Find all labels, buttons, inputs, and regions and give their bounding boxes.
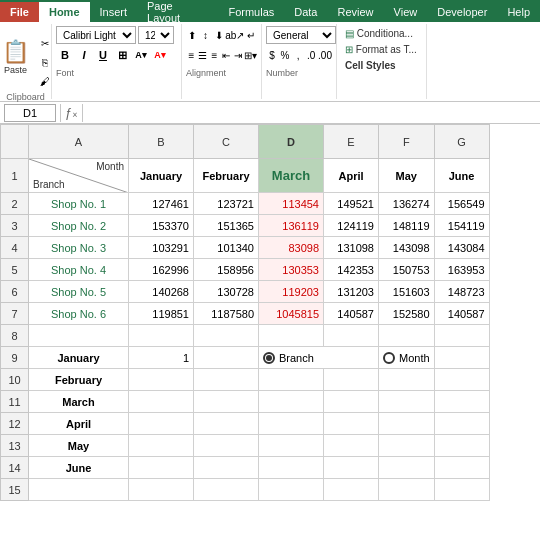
- row-7-header[interactable]: 7: [1, 303, 29, 325]
- header-branch-turnover-cell[interactable]: Month Branch: [29, 159, 129, 193]
- data-cell[interactable]: 150753: [379, 259, 435, 281]
- cell-styles-button[interactable]: Cell Styles: [341, 58, 422, 73]
- data-cell[interactable]: 83098: [259, 237, 324, 259]
- empty-cell[interactable]: [129, 457, 194, 479]
- january-label-cell[interactable]: January: [29, 347, 129, 369]
- empty-cell[interactable]: [434, 457, 489, 479]
- data-cell[interactable]: 123721: [194, 193, 259, 215]
- row-9-header[interactable]: 9: [1, 347, 29, 369]
- col-G[interactable]: G: [434, 125, 489, 159]
- empty-cell[interactable]: [194, 479, 259, 501]
- align-top-button[interactable]: ⬆: [186, 26, 198, 44]
- data-cell[interactable]: 149521: [324, 193, 379, 215]
- data-cell[interactable]: 1045815: [259, 303, 324, 325]
- tab-help[interactable]: Help: [497, 2, 540, 22]
- data-cell[interactable]: 151603: [379, 281, 435, 303]
- tab-home[interactable]: Home: [39, 2, 90, 22]
- empty-cell[interactable]: [259, 325, 324, 347]
- conditional-formatting-button[interactable]: ▤ Conditiona...: [341, 26, 422, 41]
- increase-indent-button[interactable]: ⇥: [232, 46, 243, 64]
- row-3-header[interactable]: 3: [1, 215, 29, 237]
- empty-cell[interactable]: [194, 391, 259, 413]
- radio-cell[interactable]: Branch: [259, 347, 379, 369]
- percent-button[interactable]: %: [279, 46, 291, 64]
- empty-cell[interactable]: [324, 369, 379, 391]
- orientation-button[interactable]: ab↗: [226, 26, 244, 44]
- tab-data[interactable]: Data: [284, 2, 327, 22]
- formula-input[interactable]: [87, 104, 536, 122]
- empty-cell[interactable]: [324, 457, 379, 479]
- april-label-cell[interactable]: April: [29, 413, 129, 435]
- value-cell[interactable]: 1: [129, 347, 194, 369]
- font-size-select[interactable]: 12: [138, 26, 174, 44]
- data-cell[interactable]: 136274: [379, 193, 435, 215]
- empty-cell[interactable]: [259, 457, 324, 479]
- tab-developer[interactable]: Developer: [427, 2, 497, 22]
- empty-cell[interactable]: [194, 347, 259, 369]
- empty-cell[interactable]: [324, 325, 379, 347]
- bold-button[interactable]: B: [56, 46, 74, 64]
- row-14-header[interactable]: 14: [1, 457, 29, 479]
- data-cell[interactable]: 113454: [259, 193, 324, 215]
- empty-cell[interactable]: [379, 413, 435, 435]
- merge-button[interactable]: ⊞▾: [244, 46, 257, 64]
- number-format-select[interactable]: General: [266, 26, 336, 44]
- empty-cell[interactable]: [194, 325, 259, 347]
- tab-insert[interactable]: Insert: [90, 2, 138, 22]
- align-center-button[interactable]: ☰: [198, 46, 209, 64]
- empty-cell[interactable]: [194, 413, 259, 435]
- data-cell[interactable]: 124119: [324, 215, 379, 237]
- empty-cell[interactable]: [259, 369, 324, 391]
- tab-file[interactable]: File: [0, 2, 39, 22]
- empty-cell[interactable]: [129, 435, 194, 457]
- data-cell[interactable]: 154119: [434, 215, 489, 237]
- empty-cell[interactable]: [379, 479, 435, 501]
- wrap-button[interactable]: ↵: [245, 26, 257, 44]
- data-cell[interactable]: 153370: [129, 215, 194, 237]
- data-cell[interactable]: 130353: [259, 259, 324, 281]
- may-header[interactable]: May: [379, 159, 435, 193]
- april-header[interactable]: April: [324, 159, 379, 193]
- data-cell[interactable]: 156549: [434, 193, 489, 215]
- currency-button[interactable]: $: [266, 46, 278, 64]
- empty-cell[interactable]: [194, 435, 259, 457]
- branch-cell[interactable]: Shop No. 2: [29, 215, 129, 237]
- format-painter-button[interactable]: 🖌: [36, 72, 54, 90]
- empty-cell[interactable]: [434, 325, 489, 347]
- empty-cell[interactable]: [324, 413, 379, 435]
- row-5-header[interactable]: 5: [1, 259, 29, 281]
- copy-button[interactable]: ⎘: [36, 53, 54, 71]
- february-header[interactable]: February: [194, 159, 259, 193]
- data-cell[interactable]: 140268: [129, 281, 194, 303]
- data-cell[interactable]: 131098: [324, 237, 379, 259]
- tab-page-layout[interactable]: Page Layout: [137, 2, 218, 22]
- empty-cell[interactable]: [129, 391, 194, 413]
- row-13-header[interactable]: 13: [1, 435, 29, 457]
- row-15-header[interactable]: 15: [1, 479, 29, 501]
- data-cell[interactable]: 143098: [379, 237, 435, 259]
- empty-cell[interactable]: [129, 369, 194, 391]
- empty-cell[interactable]: [194, 369, 259, 391]
- branch-cell[interactable]: Shop No. 4: [29, 259, 129, 281]
- branch-cell[interactable]: Shop No. 5: [29, 281, 129, 303]
- data-cell[interactable]: 136119: [259, 215, 324, 237]
- data-cell[interactable]: 148723: [434, 281, 489, 303]
- data-cell[interactable]: 163953: [434, 259, 489, 281]
- data-cell[interactable]: 127461: [129, 193, 194, 215]
- align-left-button[interactable]: ≡: [186, 46, 197, 64]
- col-B[interactable]: B: [129, 125, 194, 159]
- data-cell[interactable]: 148119: [379, 215, 435, 237]
- align-bottom-button[interactable]: ⬇: [213, 26, 225, 44]
- col-E[interactable]: E: [324, 125, 379, 159]
- empty-cell[interactable]: [434, 479, 489, 501]
- data-cell[interactable]: 140587: [324, 303, 379, 325]
- decrease-indent-button[interactable]: ⇤: [221, 46, 232, 64]
- row-2-header[interactable]: 2: [1, 193, 29, 215]
- empty-cell[interactable]: [434, 347, 489, 369]
- col-C[interactable]: C: [194, 125, 259, 159]
- empty-cell[interactable]: [29, 479, 129, 501]
- row-8-header[interactable]: 8: [1, 325, 29, 347]
- empty-cell[interactable]: [324, 391, 379, 413]
- empty-cell[interactable]: [379, 435, 435, 457]
- empty-cell[interactable]: [434, 369, 489, 391]
